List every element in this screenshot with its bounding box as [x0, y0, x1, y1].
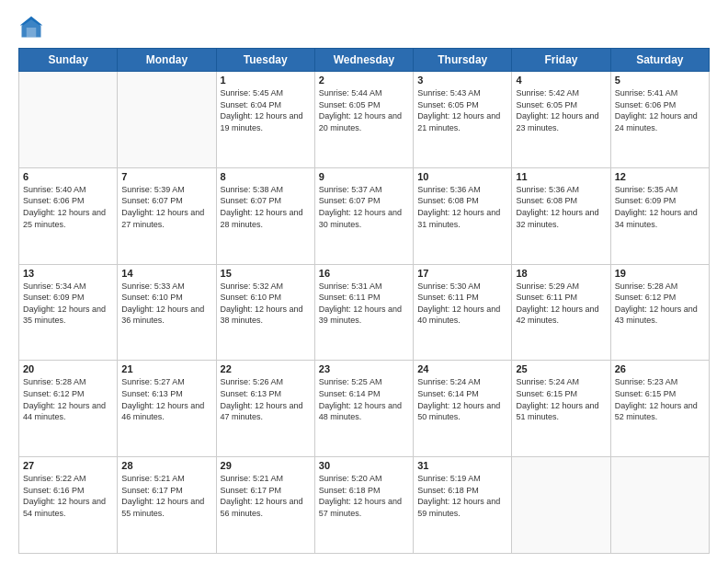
weekday-header-sunday: Sunday [19, 49, 118, 72]
day-info: Sunrise: 5:30 AM Sunset: 6:11 PM Dayligh… [417, 281, 507, 327]
day-number: 7 [121, 171, 211, 182]
week-row-5: 27Sunrise: 5:22 AM Sunset: 6:16 PM Dayli… [19, 457, 710, 554]
day-number: 12 [615, 171, 705, 182]
day-cell-12: 12Sunrise: 5:35 AM Sunset: 6:09 PM Dayli… [610, 167, 709, 264]
day-number: 29 [221, 460, 311, 471]
day-info: Sunrise: 5:38 AM Sunset: 6:07 PM Dayligh… [221, 184, 311, 230]
day-number: 4 [516, 75, 606, 86]
day-cell-27: 27Sunrise: 5:22 AM Sunset: 6:16 PM Dayli… [19, 457, 118, 554]
day-info: Sunrise: 5:21 AM Sunset: 6:17 PM Dayligh… [121, 473, 211, 519]
day-info: Sunrise: 5:44 AM Sunset: 6:05 PM Dayligh… [319, 87, 409, 133]
day-cell-15: 15Sunrise: 5:32 AM Sunset: 6:10 PM Dayli… [216, 264, 314, 361]
day-info: Sunrise: 5:27 AM Sunset: 6:13 PM Dayligh… [121, 376, 211, 422]
day-cell-11: 11Sunrise: 5:36 AM Sunset: 6:08 PM Dayli… [512, 167, 610, 264]
day-info: Sunrise: 5:22 AM Sunset: 6:16 PM Dayligh… [23, 473, 113, 519]
day-cell-10: 10Sunrise: 5:36 AM Sunset: 6:08 PM Dayli… [414, 167, 512, 264]
day-number: 5 [615, 75, 705, 86]
day-info: Sunrise: 5:19 AM Sunset: 6:18 PM Dayligh… [417, 473, 507, 519]
svg-rect-2 [27, 28, 37, 38]
day-number: 26 [615, 363, 705, 374]
day-cell-20: 20Sunrise: 5:28 AM Sunset: 6:12 PM Dayli… [19, 361, 118, 457]
day-cell-17: 17Sunrise: 5:30 AM Sunset: 6:11 PM Dayli… [414, 264, 512, 361]
day-info: Sunrise: 5:20 AM Sunset: 6:18 PM Dayligh… [319, 473, 409, 519]
day-info: Sunrise: 5:34 AM Sunset: 6:09 PM Dayligh… [23, 281, 113, 327]
day-number: 1 [221, 75, 311, 86]
day-number: 6 [23, 171, 113, 182]
day-info: Sunrise: 5:31 AM Sunset: 6:11 PM Dayligh… [319, 281, 409, 327]
day-number: 9 [319, 171, 409, 182]
day-info: Sunrise: 5:21 AM Sunset: 6:17 PM Dayligh… [221, 473, 311, 519]
weekday-header-friday: Friday [512, 49, 610, 72]
day-cell-19: 19Sunrise: 5:28 AM Sunset: 6:12 PM Dayli… [610, 264, 709, 361]
day-info: Sunrise: 5:32 AM Sunset: 6:10 PM Dayligh… [221, 281, 311, 327]
day-number: 13 [23, 268, 113, 279]
day-number: 30 [319, 460, 409, 471]
day-cell-8: 8Sunrise: 5:38 AM Sunset: 6:07 PM Daylig… [216, 167, 314, 264]
calendar-table: SundayMondayTuesdayWednesdayThursdayFrid… [18, 48, 710, 554]
day-info: Sunrise: 5:28 AM Sunset: 6:12 PM Dayligh… [23, 376, 113, 422]
weekday-header-thursday: Thursday [414, 49, 512, 72]
day-cell-29: 29Sunrise: 5:21 AM Sunset: 6:17 PM Dayli… [216, 457, 314, 554]
day-info: Sunrise: 5:35 AM Sunset: 6:09 PM Dayligh… [615, 184, 705, 230]
day-info: Sunrise: 5:45 AM Sunset: 6:04 PM Dayligh… [221, 87, 311, 133]
day-cell-5: 5Sunrise: 5:41 AM Sunset: 6:06 PM Daylig… [610, 72, 709, 168]
day-number: 15 [221, 268, 311, 279]
day-info: Sunrise: 5:26 AM Sunset: 6:13 PM Dayligh… [221, 376, 311, 422]
day-cell-7: 7Sunrise: 5:39 AM Sunset: 6:07 PM Daylig… [118, 167, 216, 264]
day-cell-9: 9Sunrise: 5:37 AM Sunset: 6:07 PM Daylig… [314, 167, 413, 264]
day-cell-6: 6Sunrise: 5:40 AM Sunset: 6:06 PM Daylig… [19, 167, 118, 264]
day-cell-25: 25Sunrise: 5:24 AM Sunset: 6:15 PM Dayli… [512, 361, 610, 457]
empty-cell [512, 457, 610, 554]
day-number: 2 [319, 75, 409, 86]
day-cell-30: 30Sunrise: 5:20 AM Sunset: 6:18 PM Dayli… [314, 457, 413, 554]
day-info: Sunrise: 5:25 AM Sunset: 6:14 PM Dayligh… [319, 376, 409, 422]
day-info: Sunrise: 5:36 AM Sunset: 6:08 PM Dayligh… [516, 184, 606, 230]
day-number: 8 [221, 171, 311, 182]
day-cell-16: 16Sunrise: 5:31 AM Sunset: 6:11 PM Dayli… [314, 264, 413, 361]
week-row-3: 13Sunrise: 5:34 AM Sunset: 6:09 PM Dayli… [19, 264, 710, 361]
logo-icon [18, 15, 44, 40]
day-info: Sunrise: 5:29 AM Sunset: 6:11 PM Dayligh… [516, 281, 606, 327]
day-cell-3: 3Sunrise: 5:43 AM Sunset: 6:05 PM Daylig… [414, 72, 512, 168]
day-info: Sunrise: 5:41 AM Sunset: 6:06 PM Dayligh… [615, 87, 705, 133]
day-number: 18 [516, 268, 606, 279]
day-cell-24: 24Sunrise: 5:24 AM Sunset: 6:14 PM Dayli… [414, 361, 512, 457]
day-info: Sunrise: 5:33 AM Sunset: 6:10 PM Dayligh… [121, 281, 211, 327]
day-cell-22: 22Sunrise: 5:26 AM Sunset: 6:13 PM Dayli… [216, 361, 314, 457]
week-row-4: 20Sunrise: 5:28 AM Sunset: 6:12 PM Dayli… [19, 361, 710, 457]
day-cell-21: 21Sunrise: 5:27 AM Sunset: 6:13 PM Dayli… [118, 361, 216, 457]
day-info: Sunrise: 5:24 AM Sunset: 6:15 PM Dayligh… [516, 376, 606, 422]
week-row-2: 6Sunrise: 5:40 AM Sunset: 6:06 PM Daylig… [19, 167, 710, 264]
day-info: Sunrise: 5:43 AM Sunset: 6:05 PM Dayligh… [417, 87, 507, 133]
day-number: 25 [516, 363, 606, 374]
day-cell-2: 2Sunrise: 5:44 AM Sunset: 6:05 PM Daylig… [314, 72, 413, 168]
page: SundayMondayTuesdayWednesdayThursdayFrid… [0, 0, 728, 563]
day-info: Sunrise: 5:40 AM Sunset: 6:06 PM Dayligh… [23, 184, 113, 230]
day-number: 10 [417, 171, 507, 182]
day-number: 27 [23, 460, 113, 471]
weekday-header-tuesday: Tuesday [216, 49, 314, 72]
day-info: Sunrise: 5:24 AM Sunset: 6:14 PM Dayligh… [417, 376, 507, 422]
day-info: Sunrise: 5:28 AM Sunset: 6:12 PM Dayligh… [615, 281, 705, 327]
weekday-header-monday: Monday [118, 49, 216, 72]
weekday-header-row: SundayMondayTuesdayWednesdayThursdayFrid… [19, 49, 710, 72]
day-info: Sunrise: 5:37 AM Sunset: 6:07 PM Dayligh… [319, 184, 409, 230]
empty-cell [118, 72, 216, 168]
day-cell-18: 18Sunrise: 5:29 AM Sunset: 6:11 PM Dayli… [512, 264, 610, 361]
weekday-header-wednesday: Wednesday [314, 49, 413, 72]
day-cell-31: 31Sunrise: 5:19 AM Sunset: 6:18 PM Dayli… [414, 457, 512, 554]
empty-cell [610, 457, 709, 554]
day-number: 3 [417, 75, 507, 86]
day-number: 24 [417, 363, 507, 374]
logo [18, 15, 48, 40]
day-cell-28: 28Sunrise: 5:21 AM Sunset: 6:17 PM Dayli… [118, 457, 216, 554]
day-number: 31 [417, 460, 507, 471]
empty-cell [19, 72, 118, 168]
week-row-1: 1Sunrise: 5:45 AM Sunset: 6:04 PM Daylig… [19, 72, 710, 168]
day-number: 22 [221, 363, 311, 374]
day-number: 23 [319, 363, 409, 374]
day-number: 21 [121, 363, 211, 374]
day-cell-13: 13Sunrise: 5:34 AM Sunset: 6:09 PM Dayli… [19, 264, 118, 361]
day-number: 14 [121, 268, 211, 279]
header [18, 15, 710, 40]
